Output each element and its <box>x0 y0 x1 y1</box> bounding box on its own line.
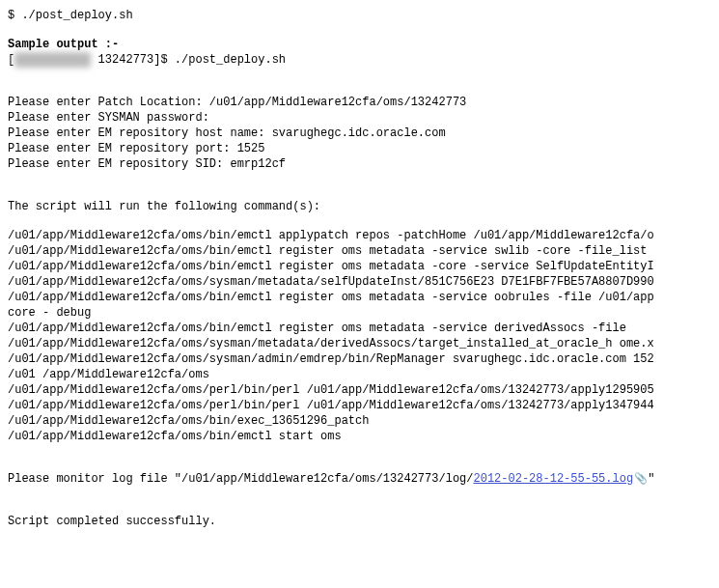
command-text: /u01/app/Middleware12cfa/oms/sysman/meta… <box>8 336 711 351</box>
redacted-hostinfo: oracle@host <box>14 52 91 68</box>
input-prompt: Please enter SYSMAN password: <box>8 110 711 126</box>
command-text: /u01/app/Middleware12cfa/oms/bin/emctl r… <box>8 290 711 305</box>
input-prompt: Please enter EM repository SID: emrp12cf <box>8 156 711 172</box>
command-line: $ ./post_deploy.sh <box>8 8 711 23</box>
blank <box>8 23 711 37</box>
prompt-line: [oracle@host 13242773]$ ./post_deploy.sh <box>8 52 711 68</box>
command-text: /u01 /app/Middleware12cfa/oms <box>8 367 711 382</box>
input-prompt: Please enter Patch Location: /u01/app/Mi… <box>8 95 711 110</box>
blank <box>8 500 711 514</box>
blank <box>8 214 711 228</box>
command-text: /u01/app/Middleware12cfa/oms/bin/emctl a… <box>8 228 711 243</box>
monitor-suffix: " <box>648 472 654 486</box>
blank <box>8 68 711 81</box>
attachment-icon: 📎 <box>634 473 648 485</box>
blank <box>8 81 711 95</box>
command-text: /u01/app/Middleware12cfa/oms/perl/bin/pe… <box>8 398 711 413</box>
input-prompt: Please enter EM repository port: 1525 <box>8 141 711 156</box>
command-text: /u01/app/Middleware12cfa/oms/bin/emctl r… <box>8 243 711 259</box>
command-text: /u01/app/Middleware12cfa/oms/sysman/admi… <box>8 351 711 367</box>
prompt-tail: 13242773]$ ./post_deploy.sh <box>91 53 286 67</box>
script-completed: Script completed successfully. <box>8 514 711 529</box>
input-prompt: Please enter EM repository host name: sv… <box>8 126 711 141</box>
command-text: core - debug <box>8 305 711 321</box>
blank <box>8 444 711 458</box>
blank <box>8 458 711 471</box>
blank <box>8 185 711 199</box>
command-text: /u01/app/Middleware12cfa/oms/perl/bin/pe… <box>8 382 711 398</box>
prompt-open-bracket: [ <box>8 53 14 67</box>
command-text: /u01/app/Middleware12cfa/oms/bin/emctl r… <box>8 321 711 336</box>
monitor-prefix: Please monitor log file "/u01/app/Middle… <box>8 472 473 486</box>
blank <box>8 172 711 185</box>
script-commands-header: The script will run the following comman… <box>8 199 711 214</box>
command-text: /u01/app/Middleware12cfa/oms/bin/emctl s… <box>8 429 711 444</box>
monitor-log-line: Please monitor log file "/u01/app/Middle… <box>8 471 711 487</box>
command-text: /u01/app/Middleware12cfa/oms/bin/emctl r… <box>8 259 711 274</box>
sample-output-label: Sample output :- <box>8 37 711 52</box>
log-file-link[interactable]: 2012-02-28-12-55-55.log <box>473 472 633 486</box>
blank <box>8 487 711 500</box>
command-text: /u01/app/Middleware12cfa/oms/sysman/meta… <box>8 274 711 290</box>
command-text: /u01/app/Middleware12cfa/oms/bin/exec_13… <box>8 413 711 429</box>
